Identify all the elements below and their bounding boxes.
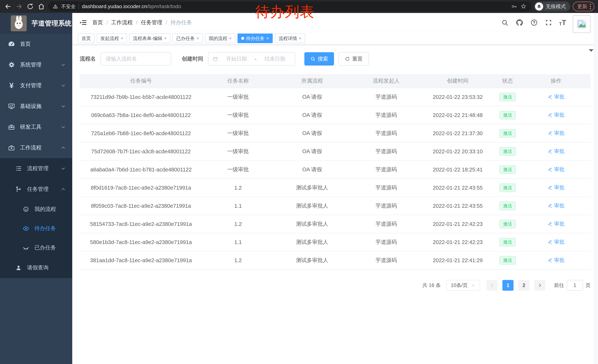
- breadcrumb-home[interactable]: 首页: [92, 19, 103, 26]
- github-icon[interactable]: [515, 18, 523, 27]
- status-cell: 激活: [493, 93, 522, 101]
- task-id-cell: 58154733-7ac8-11ec-a9e2-a2380e71991a: [80, 221, 202, 227]
- close-icon[interactable]: ×: [299, 36, 301, 41]
- tag-tab-home[interactable]: 首页: [78, 33, 94, 43]
- sidebar-item-home[interactable]: 首页: [0, 34, 72, 54]
- action-cell: 审批: [522, 148, 590, 155]
- password-key-icon[interactable]: [511, 3, 517, 10]
- goto-page-input[interactable]: [567, 280, 583, 291]
- search-icon: [310, 56, 316, 61]
- reset-button[interactable]: 重置: [339, 52, 369, 65]
- hamburger-icon[interactable]: [80, 19, 87, 26]
- starter-cell: 芋道源码: [350, 166, 422, 173]
- sidebar-item-done-tasks[interactable]: 已办任务: [0, 238, 72, 257]
- browser-menu-icon[interactable]: [590, 4, 591, 9]
- workflow-submenu: 流程管理 任务管理 我的流程 待办任务: [0, 158, 72, 278]
- action-cell: 审批: [522, 112, 590, 119]
- approve-link[interactable]: 审批: [548, 93, 565, 100]
- action-cell: 审批: [522, 257, 590, 264]
- end-date-placeholder: 结束日期: [259, 55, 291, 62]
- process-name-input[interactable]: [100, 52, 171, 65]
- avatar-dropdown-caret[interactable]: [589, 49, 594, 54]
- close-icon[interactable]: ×: [121, 36, 123, 41]
- bookmark-star-icon[interactable]: [520, 3, 527, 10]
- sidebar: 芋道管理系统 首页 系统管理 ¥ 支付管理 基础设施: [0, 13, 72, 364]
- task-id-cell: 725a1eb6-7b88-11ec-8ef0-acde48001122: [80, 130, 202, 137]
- app-title: 芋道管理系统: [32, 19, 72, 28]
- reload-icon[interactable]: [26, 2, 34, 11]
- starter-cell: 芋道源码: [350, 112, 422, 119]
- created-cell: 2022-01-21 22:43:55: [422, 185, 493, 191]
- next-page-button[interactable]: [534, 280, 545, 291]
- tag-tab-process-detail[interactable]: 流程详情×: [275, 33, 305, 43]
- created-cell: 2022-01-22 18:25:41: [422, 167, 493, 173]
- close-icon[interactable]: ×: [266, 36, 269, 41]
- sidebar-item-my-processes[interactable]: 我的流程: [0, 200, 72, 219]
- page-button-2[interactable]: 2: [518, 280, 530, 291]
- font-size-icon[interactable]: TT: [559, 19, 566, 26]
- sidebar-item-system[interactable]: 系统管理: [0, 54, 72, 75]
- sidebar-item-infrastructure[interactable]: 基础设施: [0, 96, 72, 117]
- home-icon[interactable]: [37, 2, 46, 11]
- page-size-select[interactable]: 10条/页: [446, 280, 480, 291]
- tag-tab-form-edit[interactable]: 流程表单-编辑×: [129, 33, 170, 43]
- status-cell: 激活: [493, 129, 522, 138]
- approve-link[interactable]: 审批: [548, 148, 565, 155]
- search-button[interactable]: 搜索: [304, 52, 334, 65]
- status-badge: 激活: [499, 238, 516, 246]
- approve-link[interactable]: 审批: [548, 202, 565, 209]
- briefcase-icon: [7, 144, 16, 152]
- search-icon[interactable]: [501, 19, 509, 26]
- browser-update-button[interactable]: 更新: [573, 2, 594, 11]
- sidebar-item-leave-query[interactable]: 请假查询: [0, 257, 72, 278]
- approve-link[interactable]: 审批: [548, 129, 565, 137]
- avatar[interactable]: [573, 15, 590, 33]
- breadcrumb-workflow[interactable]: 工作流程: [111, 19, 133, 26]
- column-header-task-id: 任务编号: [80, 77, 202, 85]
- sidebar-item-task-management[interactable]: 任务管理: [0, 179, 72, 200]
- sidebar-item-dev-tools[interactable]: 研发工具: [0, 117, 72, 138]
- task-id-cell: 8f0d1619-7ac8-11ec-a9e2-a2380e71991a: [80, 185, 202, 191]
- approve-link[interactable]: 审批: [548, 220, 565, 227]
- close-icon[interactable]: ×: [229, 36, 232, 41]
- status-cell: 激活: [493, 184, 522, 192]
- approve-link[interactable]: 审批: [548, 238, 565, 245]
- approve-link[interactable]: 审批: [548, 184, 565, 191]
- approve-link[interactable]: 审批: [548, 257, 565, 264]
- back-icon[interactable]: [4, 2, 12, 11]
- edit-pen-icon: [548, 221, 553, 226]
- approve-link[interactable]: 审批: [548, 112, 565, 119]
- task-id-cell: 381aa1dd-7ac8-11ec-a9e2-a2380e71991a: [80, 257, 202, 263]
- tag-tab-start-process[interactable]: 发起流程×: [97, 33, 127, 43]
- tag-tab-done-tasks[interactable]: 已办任务×: [173, 33, 203, 43]
- tag-tab-todo-tasks[interactable]: 待办任务×: [238, 33, 273, 43]
- edit-pen-icon: [548, 131, 553, 136]
- annotation-overlay-text: 待办列表: [255, 2, 315, 22]
- page-button-1[interactable]: 1: [502, 280, 514, 291]
- breadcrumb-task-management[interactable]: 任务管理: [141, 19, 162, 26]
- task-id-cell: a6aba0a4-7b6d-11ec-b781-acde48001122: [80, 167, 202, 173]
- close-icon[interactable]: ×: [164, 36, 166, 41]
- task-name-cell: 一级审批: [202, 148, 274, 155]
- prev-page-button[interactable]: [486, 280, 498, 291]
- date-range-picker[interactable]: 开始日期 - 结束日期: [208, 52, 295, 65]
- forward-icon[interactable]: [15, 2, 23, 11]
- status-badge: 激活: [499, 220, 516, 228]
- eye-closed-icon: [22, 244, 30, 251]
- sidebar-item-todo-tasks[interactable]: 待办任务: [0, 219, 72, 238]
- starter-cell: 芋道源码: [350, 220, 422, 228]
- incognito-icon: [535, 2, 543, 11]
- fullscreen-icon[interactable]: [545, 19, 552, 26]
- tag-tab-my-processes[interactable]: 我的流程×: [205, 33, 235, 43]
- help-icon[interactable]: [530, 19, 538, 26]
- status-cell: 激活: [493, 111, 522, 119]
- eye-icon: [22, 225, 30, 232]
- sidebar-item-process-management[interactable]: 流程管理: [0, 158, 72, 179]
- approve-link[interactable]: 审批: [548, 166, 565, 173]
- sidebar-item-workflow[interactable]: 工作流程: [0, 138, 72, 158]
- created-cell: 2022-01-21 22:41:29: [422, 257, 493, 263]
- sidebar-item-payment[interactable]: ¥ 支付管理: [0, 75, 72, 96]
- action-cell: 审批: [522, 129, 590, 137]
- page-scrollbar[interactable]: [594, 13, 598, 364]
- close-icon[interactable]: ×: [197, 36, 199, 41]
